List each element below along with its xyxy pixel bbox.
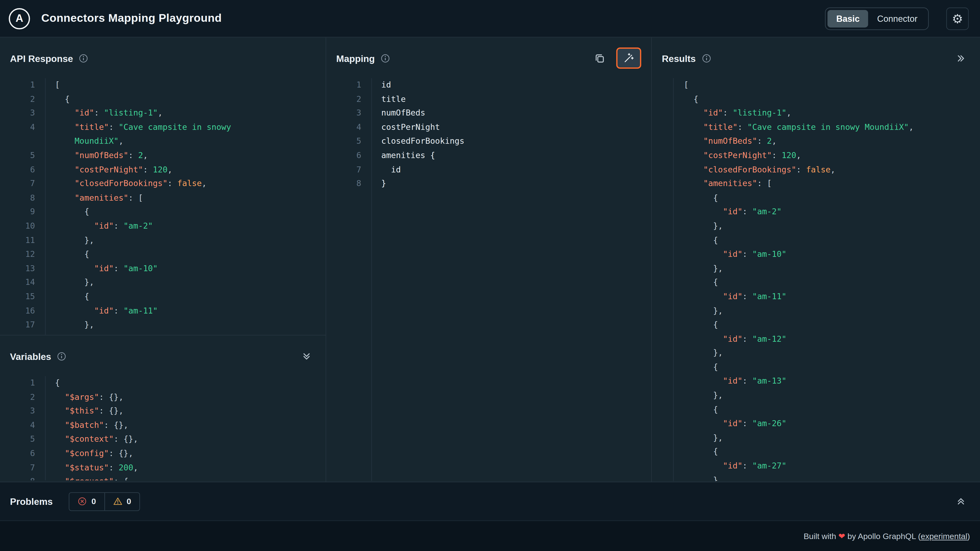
- code-line[interactable]: 7"$status": 200,: [10, 461, 326, 475]
- code-line[interactable]: },: [674, 431, 980, 445]
- code-line[interactable]: "numOfBeds": 2,: [674, 135, 980, 149]
- code-line[interactable]: },: [674, 304, 980, 318]
- code-line[interactable]: "title": "Cave campsite in snowy Moundii…: [674, 121, 980, 135]
- code-line[interactable]: 11},: [10, 233, 326, 248]
- code-line[interactable]: },: [674, 389, 980, 403]
- code-line[interactable]: 3numOfBeds: [336, 106, 651, 121]
- mode-connector-button[interactable]: Connector: [868, 10, 926, 27]
- api-response-editor[interactable]: 1[2{3"id": "listing-1",4"title": "Cave c…: [10, 78, 326, 335]
- code-line[interactable]: "closedForBookings": false,: [674, 163, 980, 177]
- code-line[interactable]: },: [674, 473, 980, 481]
- line-number: 8: [10, 191, 45, 205]
- generate-mapping-button[interactable]: [616, 48, 641, 69]
- code-line[interactable]: 2{: [10, 92, 326, 106]
- code-line[interactable]: 4"$batch": {},: [10, 419, 326, 433]
- code-line[interactable]: {: [674, 445, 980, 459]
- main-content: API Response 1[2{3"id": "listing-1",4"ti…: [0, 38, 980, 482]
- code-line[interactable]: 5closedForBookings: [336, 135, 651, 149]
- code-line[interactable]: {: [674, 360, 980, 375]
- code-line[interactable]: 7id: [336, 163, 651, 177]
- code-line[interactable]: 3"$this": {},: [10, 404, 326, 419]
- variables-editor[interactable]: 1{2"$args": {},3"$this": {},4"$batch": {…: [10, 376, 326, 480]
- code-line[interactable]: 3"id": "listing-1",: [10, 106, 326, 121]
- footer-text-prefix: Built with: [803, 531, 838, 541]
- code-line[interactable]: 4"title": "Cave campsite in snowy Moundi…: [10, 121, 326, 149]
- code-line[interactable]: },: [674, 346, 980, 360]
- line-number: 1: [10, 376, 45, 390]
- mapping-title: Mapping: [336, 53, 375, 64]
- variables-collapse-button[interactable]: [297, 347, 316, 365]
- code-line[interactable]: },: [674, 262, 980, 276]
- code-line[interactable]: 15{: [10, 290, 326, 304]
- settings-button[interactable]: ⚙: [946, 7, 969, 30]
- line-number: 3: [10, 106, 45, 121]
- problems-collapse-button[interactable]: [951, 492, 970, 511]
- variables-panel: Variables: [0, 335, 326, 482]
- code-line[interactable]: {: [674, 276, 980, 290]
- mode-toggle: Basic Connector: [825, 7, 929, 30]
- code-line[interactable]: "id": "am-10": [674, 248, 980, 262]
- code-line[interactable]: 6"costPerNight": 120,: [10, 163, 326, 177]
- results-editor[interactable]: [{"id": "listing-1","title": "Cave camps…: [673, 78, 980, 481]
- info-icon[interactable]: [701, 53, 711, 63]
- results-expand-button[interactable]: [951, 49, 970, 67]
- code-line[interactable]: 1{: [10, 376, 326, 390]
- code-line[interactable]: "id": "am-2": [674, 205, 980, 219]
- code-line[interactable]: {: [674, 233, 980, 248]
- info-icon[interactable]: [57, 351, 67, 361]
- code-line[interactable]: 2"$args": {},: [10, 390, 326, 404]
- info-icon[interactable]: [79, 53, 89, 63]
- error-icon: [78, 497, 87, 506]
- experimental-link[interactable]: experimental: [921, 531, 967, 541]
- mapping-header: Mapping: [326, 38, 651, 69]
- code-line[interactable]: 14},: [10, 276, 326, 290]
- code-line[interactable]: 4costPerNight: [336, 121, 651, 135]
- code-line[interactable]: 8"amenities": [: [10, 191, 326, 205]
- code-line[interactable]: "costPerNight": 120,: [674, 149, 980, 163]
- code-line[interactable]: "amenities": [: [674, 177, 980, 191]
- code-line[interactable]: "id": "am-11": [674, 290, 980, 304]
- code-line[interactable]: 1[: [10, 78, 326, 92]
- code-line[interactable]: 5"$context": {},: [10, 433, 326, 447]
- api-response-header: API Response: [0, 38, 326, 69]
- code-line[interactable]: 9{: [10, 205, 326, 219]
- code-line[interactable]: 16"id": "am-11": [10, 304, 326, 318]
- code-line[interactable]: 2title: [336, 92, 651, 106]
- code-line[interactable]: {: [674, 191, 980, 205]
- line-number: 2: [336, 92, 371, 106]
- warning-count: 0: [105, 493, 139, 510]
- code-line[interactable]: 13"id": "am-10": [10, 262, 326, 276]
- line-number: 8: [10, 475, 45, 480]
- code-line[interactable]: "id": "listing-1",: [674, 106, 980, 121]
- code-line[interactable]: 7"closedForBookings": false,: [10, 177, 326, 191]
- problem-counts[interactable]: 0 0: [69, 492, 140, 511]
- code-line[interactable]: [: [674, 78, 980, 92]
- problems-bar: Problems 0: [0, 482, 980, 520]
- copy-mapping-button[interactable]: [590, 49, 609, 67]
- code-line[interactable]: "id": "am-13": [674, 375, 980, 389]
- code-line[interactable]: 8}: [336, 177, 651, 191]
- mapping-editor[interactable]: 1id2title3numOfBeds4costPerNight5closedF…: [336, 78, 651, 481]
- code-line[interactable]: "id": "am-12": [674, 332, 980, 346]
- code-line[interactable]: "id": "am-26": [674, 417, 980, 431]
- code-line[interactable]: 17},: [10, 318, 326, 332]
- info-icon[interactable]: [380, 53, 390, 63]
- code-line[interactable]: 8"$request": {: [10, 475, 326, 480]
- line-number: 3: [336, 106, 371, 121]
- results-panel: Results: [652, 38, 980, 482]
- mapping-panel: Mapping: [326, 38, 651, 482]
- code-line[interactable]: {: [674, 403, 980, 417]
- code-line[interactable]: 6"$config": {},: [10, 447, 326, 461]
- api-response-title: API Response: [10, 53, 73, 64]
- code-line[interactable]: "id": "am-27": [674, 459, 980, 473]
- mode-basic-button[interactable]: Basic: [827, 10, 869, 27]
- code-line[interactable]: 1id: [336, 78, 651, 92]
- code-line[interactable]: {: [674, 318, 980, 332]
- code-line[interactable]: 18{: [10, 332, 326, 335]
- code-line[interactable]: },: [674, 219, 980, 233]
- code-line[interactable]: 5"numOfBeds": 2,: [10, 149, 326, 163]
- code-line[interactable]: 10"id": "am-2": [10, 219, 326, 233]
- code-line[interactable]: 6amenities {: [336, 149, 651, 163]
- code-line[interactable]: 12{: [10, 248, 326, 262]
- code-line[interactable]: {: [674, 92, 980, 106]
